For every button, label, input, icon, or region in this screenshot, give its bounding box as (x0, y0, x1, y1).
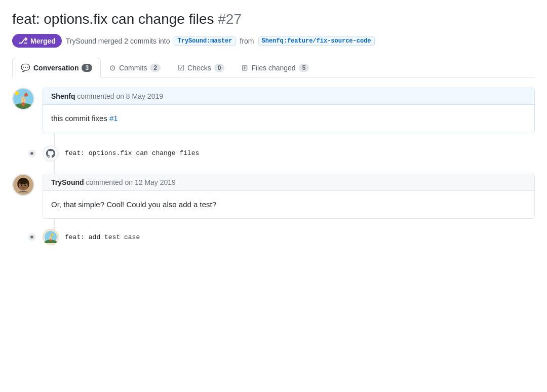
svg-rect-3 (22, 102, 24, 106)
meta-link-feature[interactable]: Shenfq:feature/fix-source-code (258, 36, 375, 46)
meta-link-master[interactable]: TrySound:master (174, 36, 236, 46)
comment-date-shenfq: commented on 8 May 2019 (77, 92, 163, 100)
merge-icon: ⎇ (18, 36, 27, 46)
tab-checks-label: Checks (187, 64, 211, 72)
tab-files-changed-label: Files changed (251, 64, 295, 72)
conversation-count: 3 (82, 64, 92, 72)
comment-author-trysound: TrySound (51, 178, 84, 186)
merged-badge: ⎇ Merged (12, 34, 62, 48)
comment-shenfq: Shenfq commented on 8 May 2019 this comm… (43, 88, 535, 133)
merged-label: Merged (30, 37, 56, 45)
tab-commits[interactable]: ⊙ Commits 2 (101, 58, 169, 77)
files-changed-icon: ⊞ (242, 63, 248, 72)
svg-point-11 (19, 178, 28, 184)
comment-header-shenfq: Shenfq commented on 8 May 2019 (43, 88, 534, 105)
comment-box-shenfq: Shenfq commented on 8 May 2019 this comm… (43, 88, 535, 133)
tab-commits-label: Commits (119, 64, 147, 72)
commits-count: 2 (150, 64, 161, 72)
svg-point-12 (21, 184, 22, 186)
commit-dot-inner-2 (30, 236, 33, 239)
meta-text-1: TrySound merged 2 commits into (66, 37, 170, 45)
tab-conversation[interactable]: 💬 Conversation 3 (12, 58, 101, 77)
comment-body-text-shenfq: this commit fixes (51, 114, 109, 123)
avatar-trysound (12, 174, 34, 196)
checks-count: 0 (214, 64, 225, 72)
timeline: Shenfq commented on 8 May 2019 this comm… (12, 88, 535, 245)
commit-entry-2: feat: add test case (43, 229, 535, 245)
svg-point-13 (24, 184, 26, 186)
commit-dot-inner-1 (30, 152, 33, 155)
commit-message-1: feat: options.fix can change files (65, 149, 199, 157)
svg-point-7 (15, 91, 19, 95)
comment-body-text-trysound: Or, that simple? Cool! Could you also ad… (51, 200, 216, 209)
avatar-trysound-image (13, 175, 33, 195)
comment-header-trysound: TrySound commented on 12 May 2019 (43, 174, 534, 191)
pr-number: #27 (218, 11, 242, 27)
github-icon-2 (43, 229, 59, 245)
commit-dot-2 (28, 233, 35, 241)
files-changed-count: 5 (299, 64, 309, 72)
conversation-icon: 💬 (21, 63, 30, 72)
comment-author-shenfq: Shenfq (51, 92, 75, 100)
github-svg-1 (46, 149, 55, 158)
meta-text-2: from (240, 37, 254, 45)
avatar-shenfq-image (13, 89, 33, 109)
comment-body-shenfq: this commit fixes #1 (43, 105, 534, 133)
comment-trysound: TrySound commented on 12 May 2019 Or, th… (43, 174, 535, 219)
svg-rect-17 (50, 239, 51, 241)
avatar-shenfq (12, 88, 34, 110)
tab-checks[interactable]: ☑ Checks 0 (169, 58, 233, 77)
pr-meta: ⎇ Merged TrySound merged 2 commits into … (12, 34, 535, 48)
comment-box-trysound: TrySound commented on 12 May 2019 Or, th… (43, 174, 535, 219)
checks-icon: ☑ (178, 63, 184, 72)
comment-link-issue1[interactable]: #1 (109, 114, 118, 123)
tab-files-changed[interactable]: ⊞ Files changed 5 (233, 58, 318, 77)
commits-icon: ⊙ (109, 63, 116, 72)
pr-title: feat: options.fix can change files #27 (12, 10, 535, 28)
comment-date-trysound: commented on 12 May 2019 (86, 178, 175, 186)
commit-message-2: feat: add test case (65, 233, 140, 241)
commit-dot-1 (28, 150, 35, 157)
commit-entry-1: feat: options.fix can change files (43, 145, 535, 162)
pr-title-text: feat: options.fix can change files (12, 11, 214, 27)
tabs-bar: 💬 Conversation 3 ⊙ Commits 2 ☑ Checks 0 … (12, 58, 535, 77)
tab-conversation-label: Conversation (33, 64, 79, 72)
comment-body-trysound: Or, that simple? Cool! Could you also ad… (43, 191, 534, 219)
github-icon-1 (43, 145, 59, 162)
commit2-avatar-svg (45, 231, 57, 243)
